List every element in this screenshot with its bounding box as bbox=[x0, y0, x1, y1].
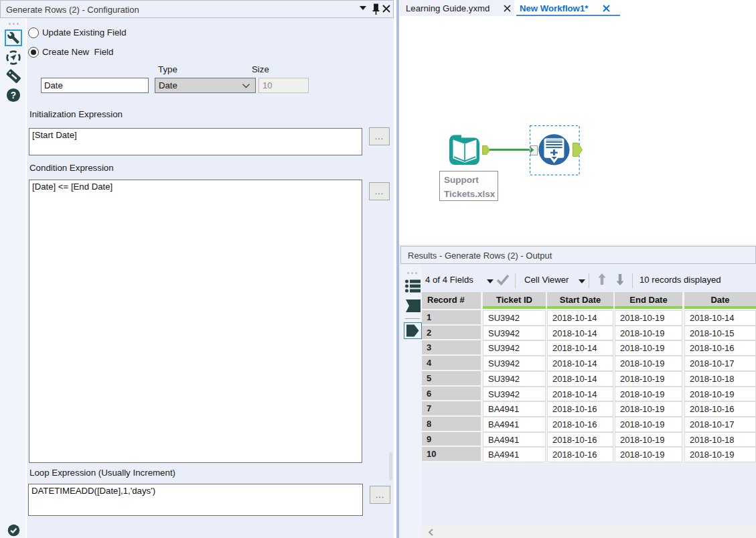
svg-text:?: ? bbox=[11, 90, 16, 100]
